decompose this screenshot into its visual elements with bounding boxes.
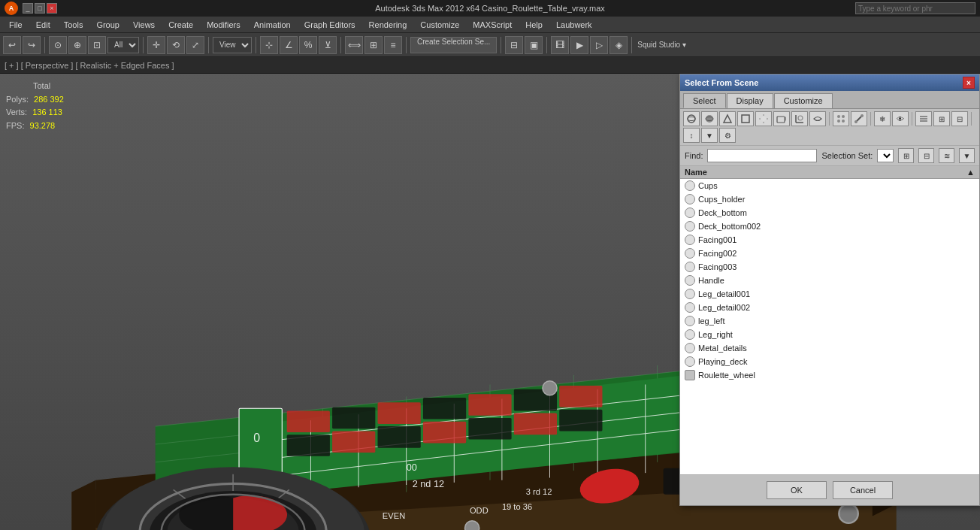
menu-file[interactable]: File	[3, 19, 29, 31]
maximize-button[interactable]: □	[35, 3, 45, 14]
menu-edit[interactable]: Edit	[30, 19, 56, 31]
undo-button[interactable]: ↩	[3, 36, 21, 54]
item-icon	[685, 248, 695, 259]
list-item[interactable]: Leg_detail001	[680, 287, 979, 301]
menu-modifiers[interactable]: Modifiers	[201, 19, 247, 31]
db-helper-icon[interactable]	[791, 111, 808, 126]
viewport-dropdown[interactable]: View	[213, 37, 252, 53]
db-hidden-icon[interactable]: 👁	[892, 111, 909, 126]
viewport[interactable]: 2 nd 12 1 to 18 EVEN ODD 19 to 36 1 st 1…	[0, 74, 980, 530]
svg-rect-35	[287, 410, 330, 432]
sel-set-button3[interactable]: ≋	[939, 148, 954, 163]
find-input[interactable]	[707, 149, 817, 162]
move-button[interactable]: ✛	[147, 36, 165, 54]
db-sort-icon[interactable]: ↕	[683, 128, 700, 143]
db-sphere-filled-icon[interactable]	[701, 111, 718, 126]
db-shape-icon[interactable]	[737, 111, 754, 126]
list-item[interactable]: Leg_right	[680, 328, 979, 341]
list-item[interactable]: leg_left	[680, 314, 979, 328]
db-filter-icon[interactable]: ▼	[701, 128, 718, 143]
list-item[interactable]: Cups	[680, 179, 979, 192]
svg-text:EVEN: EVEN	[383, 511, 405, 520]
select-filter-dropdown[interactable]: All	[107, 37, 139, 53]
edit-named-sel-button[interactable]: ▣	[525, 36, 543, 54]
redo-button[interactable]: ↪	[23, 36, 41, 54]
db-list-expand-icon[interactable]: ⊞	[933, 111, 950, 126]
snap-toggle-button[interactable]: ⊹	[260, 36, 278, 54]
list-item[interactable]: Handle	[680, 274, 979, 287]
cancel-button[interactable]: Cancel	[833, 481, 893, 499]
window-crossing-button[interactable]: ⊡	[88, 36, 106, 54]
db-spacewarp-icon[interactable]	[809, 111, 826, 126]
menu-customize[interactable]: Customize	[414, 19, 465, 31]
ok-button[interactable]: OK	[767, 481, 827, 499]
percent-snap-button[interactable]: %	[299, 36, 317, 54]
title-right	[855, 2, 975, 14]
sel-set-button1[interactable]: ⊞	[898, 148, 914, 163]
scale-button[interactable]: ⤢	[186, 36, 204, 54]
tab-select[interactable]: Select	[683, 93, 726, 108]
rotate-button[interactable]: ⟲	[167, 36, 185, 54]
list-item[interactable]: Facing001	[680, 233, 979, 247]
material-editor-button[interactable]: ◈	[609, 36, 628, 54]
object-list[interactable]: CupsCups_holderDeck_bottomDeck_bottom002…	[680, 179, 979, 474]
array-button[interactable]: ⊞	[364, 36, 383, 54]
angle-snap-button[interactable]: ∠	[280, 36, 298, 54]
menu-laubwerk[interactable]: Laubwerk	[550, 19, 598, 31]
menu-rendering[interactable]: Rendering	[363, 19, 413, 31]
menu-tools[interactable]: Tools	[58, 19, 89, 31]
db-settings-icon[interactable]: ⚙	[719, 128, 736, 143]
db-frozen-icon[interactable]: ❄	[874, 111, 891, 126]
render-button[interactable]: ▶	[570, 36, 588, 54]
menu-group[interactable]: Group	[90, 19, 126, 31]
menu-animation[interactable]: Animation	[248, 19, 297, 31]
list-item[interactable]: Deck_bottom	[680, 206, 979, 220]
item-icon	[685, 289, 695, 299]
menu-maxscript[interactable]: MAXScript	[467, 19, 518, 31]
named-selection-sets-button[interactable]: ⊟	[505, 36, 523, 54]
close-button[interactable]: ×	[47, 3, 57, 14]
menu-help[interactable]: Help	[519, 19, 549, 31]
db-geometry-icon[interactable]	[719, 111, 736, 126]
render-frame-button[interactable]: ▷	[590, 36, 608, 54]
db-list-collapse-icon[interactable]: ⊟	[951, 111, 968, 126]
selection-set-dropdown[interactable]	[877, 149, 894, 162]
list-item[interactable]: Deck_bottom002	[680, 220, 979, 233]
db-bone-icon[interactable]	[851, 111, 867, 126]
render-setup-button[interactable]: 🎞	[551, 36, 569, 54]
snap-strength-button[interactable]: ⊻	[319, 36, 337, 54]
list-item[interactable]: Cups_holder	[680, 192, 979, 206]
select-object-button[interactable]: ⊙	[49, 36, 67, 54]
sel-set-button4[interactable]: ▼	[959, 148, 975, 163]
item-name: Playing_deck	[698, 357, 747, 366]
list-item[interactable]: Facing003	[680, 260, 979, 274]
breadcrumb-text: [ + ] [ Perspective ] [ Realistic + Edge…	[5, 61, 174, 70]
db-particle-icon[interactable]	[833, 111, 849, 126]
sel-set-button2[interactable]: ⊟	[918, 148, 934, 163]
create-selection-set-button[interactable]: Create Selection Se...	[410, 37, 497, 53]
db-layer-icon[interactable]	[915, 111, 932, 126]
list-header-sort-icon: ▲	[966, 168, 975, 177]
svg-rect-42	[287, 435, 330, 456]
mirror-button[interactable]: ⟺	[345, 36, 363, 54]
tab-customize[interactable]: Customize	[774, 93, 833, 108]
list-item[interactable]: Playing_deck	[680, 355, 979, 368]
minimize-button[interactable]: _	[23, 3, 33, 14]
selection-set-label: Selection Set:	[821, 151, 873, 160]
db-sphere-icon[interactable]	[683, 111, 700, 126]
list-item[interactable]: Leg_detail002	[680, 301, 979, 314]
db-camera-icon[interactable]	[773, 111, 790, 126]
tab-display[interactable]: Display	[727, 93, 773, 108]
menu-create[interactable]: Create	[162, 19, 199, 31]
menu-views[interactable]: Views	[127, 19, 161, 31]
db-light-icon[interactable]	[755, 111, 772, 126]
search-input[interactable]	[855, 2, 975, 14]
dialog-close-button[interactable]: ×	[963, 77, 975, 89]
select-region-button[interactable]: ⊕	[68, 36, 86, 54]
list-item[interactable]: Facing002	[680, 247, 979, 260]
list-item[interactable]: Metal_details	[680, 341, 979, 355]
svg-point-94	[706, 115, 713, 123]
menu-graph-editors[interactable]: Graph Editors	[298, 19, 361, 31]
align-button[interactable]: ≡	[384, 36, 402, 54]
list-item[interactable]: Roulette_wheel	[680, 368, 979, 382]
